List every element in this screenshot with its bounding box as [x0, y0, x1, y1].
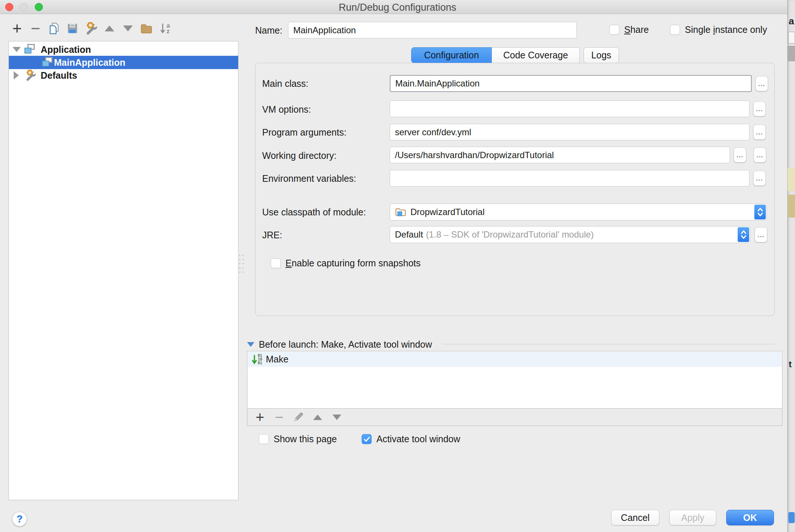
application-icon [24, 44, 37, 55]
remove-task-button[interactable]: − [273, 409, 286, 426]
working-directory-macro-button[interactable]: … [734, 147, 746, 163]
application-icon [42, 57, 55, 68]
question-mark-icon: ? [17, 514, 23, 525]
save-configuration-button[interactable] [66, 21, 79, 35]
tree-item-defaults[interactable]: Defaults [9, 69, 238, 82]
background-window-sliver: a t [787, 0, 795, 532]
expand-triangle-icon[interactable] [14, 71, 19, 79]
plus-icon: + [12, 22, 22, 35]
configurations-toolbar: + − [10, 21, 172, 35]
share-label: Share [624, 24, 649, 35]
vm-options-label: VM options: [262, 104, 311, 115]
collapse-triangle-icon[interactable] [13, 47, 21, 52]
collapse-triangle-icon[interactable] [247, 342, 254, 347]
move-down-icon [332, 415, 341, 420]
add-task-button[interactable]: + [253, 409, 267, 426]
add-configuration-button[interactable]: + [10, 21, 24, 35]
minus-icon: − [275, 410, 283, 424]
activate-tool-window-checkbox[interactable] [362, 434, 372, 444]
tab-code-coverage[interactable]: Code Coverage [492, 47, 580, 63]
module-icon [395, 207, 407, 218]
share-checkbox[interactable] [609, 25, 619, 35]
show-this-page-checkbox-row[interactable]: Show this page [259, 434, 337, 444]
main-class-label: Main class: [262, 78, 308, 89]
jre-dropdown[interactable]: Default (1.8 – SDK of 'DropwizardTutoria… [390, 226, 750, 243]
move-task-down-button[interactable] [330, 409, 344, 426]
tree-item-mainapplication[interactable]: MainApplication [9, 56, 238, 69]
use-classpath-dropdown[interactable]: DropwizardTutorial [390, 204, 767, 221]
tab-logs[interactable]: Logs [583, 47, 619, 63]
program-arguments-browse-button[interactable]: … [753, 125, 766, 140]
activate-tool-window-label: Activate tool window [376, 434, 460, 444]
working-directory-label: Working directory: [262, 150, 336, 161]
check-icon [363, 435, 371, 443]
move-down-icon [123, 25, 133, 31]
main-class-input[interactable] [390, 75, 752, 92]
program-arguments-input[interactable] [390, 124, 750, 140]
move-up-button[interactable] [103, 21, 116, 35]
enable-snapshots-label: Enable capturing form snapshots [285, 258, 421, 269]
apply-button[interactable]: Apply [669, 510, 716, 525]
working-directory-browse-button[interactable]: … [754, 147, 766, 163]
copy-configuration-button[interactable] [47, 21, 61, 35]
move-up-icon [105, 25, 114, 31]
create-folder-button[interactable] [140, 21, 153, 35]
working-directory-input[interactable] [390, 147, 730, 163]
activate-tool-window-checkbox-row[interactable]: Activate tool window [362, 434, 460, 444]
tab-configuration[interactable]: Configuration [411, 47, 492, 63]
stepper-buttons[interactable] [754, 205, 766, 219]
settings-icon [24, 69, 36, 81]
wrench-icon [84, 22, 98, 35]
pencil-icon [292, 411, 304, 423]
environment-variables-browse-button[interactable]: … [753, 171, 766, 186]
before-launch-header[interactable]: Before launch: Make, Activate tool windo… [247, 339, 432, 350]
edit-defaults-button[interactable] [84, 21, 98, 35]
program-arguments-label: Program arguments: [262, 127, 346, 138]
before-launch-item-make[interactable]: 01 10 01 Make [248, 352, 782, 367]
move-down-button[interactable] [121, 21, 135, 35]
before-launch-toolbar: + − [247, 408, 782, 426]
tree-item-application[interactable]: Application [9, 43, 238, 56]
folder-icon [140, 22, 153, 35]
run-debug-configurations-dialog: Run/Debug Configurations + − [0, 0, 795, 532]
jre-hint: (1.8 – SDK of 'DropwizardTutorial' modul… [426, 229, 594, 240]
before-launch-list: 01 10 01 Make [247, 351, 782, 409]
environment-variables-input[interactable] [390, 170, 750, 187]
configurations-tree: Application MainApplication Defaults [9, 41, 238, 500]
enable-snapshots-checkbox[interactable] [271, 258, 281, 268]
titlebar: Run/Debug Configurations [0, 0, 795, 14]
show-this-page-label: Show this page [274, 434, 337, 444]
single-instance-checkbox-row[interactable]: Single instance only [670, 24, 767, 35]
save-icon [67, 23, 78, 34]
help-button[interactable]: ? [12, 512, 27, 526]
vm-options-browse-button[interactable]: … [753, 101, 766, 116]
main-class-browse-button[interactable]: … [755, 76, 768, 91]
show-this-page-checkbox[interactable] [259, 434, 269, 444]
share-checkbox-row[interactable]: Share [609, 24, 649, 35]
splitter-handle[interactable] [239, 255, 244, 273]
jre-label: JRE: [262, 230, 282, 241]
window-title: Run/Debug Configurations [0, 2, 795, 13]
single-instance-checkbox[interactable] [670, 25, 680, 35]
vm-options-input[interactable] [390, 100, 750, 117]
configuration-panel: Main class: … VM options: … Program argu… [255, 63, 775, 316]
environment-variables-label: Environment variables: [262, 173, 356, 184]
name-input[interactable] [288, 22, 577, 38]
sort-configurations-button[interactable]: a z [158, 21, 172, 35]
single-instance-label: Single instance only [685, 24, 767, 35]
cancel-button[interactable]: Cancel [611, 510, 659, 525]
sort-letter-z: z [166, 28, 170, 34]
ok-button[interactable]: OK [726, 510, 774, 525]
plus-icon: + [256, 410, 264, 424]
copy-icon [48, 22, 60, 35]
move-up-icon [313, 415, 322, 420]
move-task-up-button[interactable] [311, 409, 324, 426]
edit-task-button[interactable] [292, 409, 305, 426]
remove-configuration-button[interactable]: − [29, 21, 42, 35]
make-compile-icon: 01 10 01 [251, 353, 262, 366]
enable-snapshots-checkbox-row[interactable]: Enable capturing form snapshots [271, 258, 421, 269]
stepper-buttons[interactable] [738, 227, 749, 242]
sort-alphabetically-icon: a z [160, 22, 170, 35]
jre-browse-button[interactable]: … [755, 227, 767, 242]
divider [442, 344, 775, 344]
